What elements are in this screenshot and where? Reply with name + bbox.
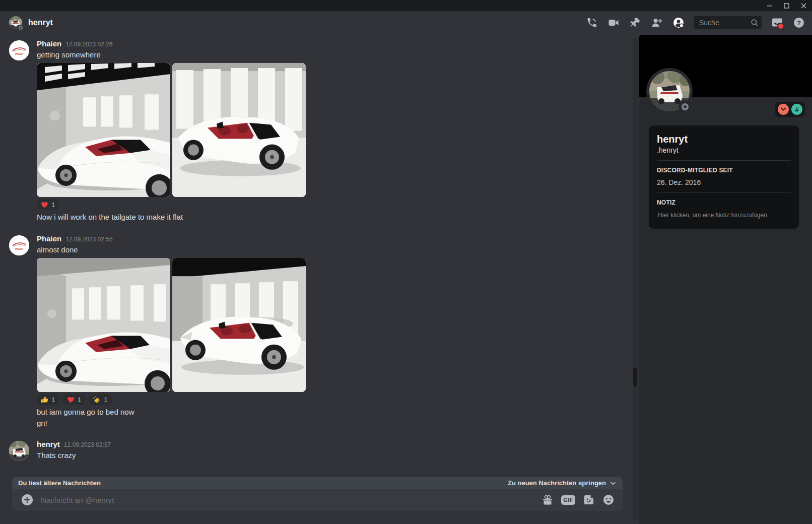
- message-text: but iam gonna go to bed now: [37, 407, 632, 418]
- reaction-count: 1: [51, 396, 55, 404]
- message-group: Phaien Phaien 12.09.2023 02:26 getting s…: [0, 39, 632, 223]
- profile-badges: #: [775, 102, 805, 117]
- main-area: Phaien Phaien 12.09.2023 02:26 getting s…: [0, 35, 812, 524]
- member-since-label: DISCORD-MITGLIED SEIT: [657, 167, 791, 174]
- reaction-thumbsup[interactable]: 1: [37, 394, 59, 405]
- message-timestamp: 12.09.2023 02:55: [65, 236, 112, 243]
- clap-emoji: [93, 396, 101, 404]
- reaction-clap[interactable]: 1: [89, 394, 111, 405]
- message-group: henryt 12.09.2023 02:57 Thats crazy: [0, 440, 632, 461]
- attachment-image[interactable]: [172, 63, 306, 197]
- chat-scrollbar-thumb[interactable]: [633, 368, 637, 387]
- offline-status-icon: [18, 25, 24, 31]
- discord-dm-window: { "titlebar": {"icons": ["minimize-icon"…: [0, 0, 812, 524]
- svg-text:?: ?: [797, 19, 801, 26]
- video-call-icon[interactable]: [607, 17, 620, 29]
- add-attachment-icon[interactable]: [22, 494, 33, 505]
- message-timestamp: 12.09.2023 02:26: [65, 41, 112, 48]
- message-input[interactable]: [40, 495, 542, 505]
- attachment-row: [37, 258, 632, 392]
- svg-text:Phaien: Phaien: [15, 53, 23, 55]
- close-icon[interactable]: [795, 0, 812, 11]
- emoji-icon[interactable]: [602, 494, 615, 506]
- dm-title: henryt: [28, 18, 53, 27]
- profile-username: .henryt: [657, 146, 791, 154]
- attachment-image[interactable]: [37, 63, 170, 197]
- jump-to-new-button[interactable]: Zu neuen Nachrichten springen: [508, 479, 617, 487]
- member-since-value: 26. Dez. 2016: [657, 178, 791, 186]
- profile-card: henryt .henryt DISCORD-MITGLIED SEIT 26.…: [649, 125, 799, 229]
- inbox-notification-dot: [777, 23, 784, 30]
- reaction-count: 1: [104, 396, 107, 404]
- gif-icon[interactable]: GIF: [561, 495, 575, 505]
- message-author[interactable]: Phaien: [37, 234, 61, 243]
- inbox-icon[interactable]: [771, 17, 783, 29]
- message-group: Phaien Phaien 12.09.2023 02:55 almost do…: [0, 234, 632, 429]
- reaction-heart[interactable]: 1: [63, 394, 85, 405]
- window-titlebar: [0, 0, 812, 11]
- reactions-row: 1: [37, 199, 632, 210]
- add-friend-icon[interactable]: [651, 17, 663, 29]
- divider: [657, 192, 791, 193]
- message-text: Thats crazy: [37, 450, 632, 461]
- help-icon[interactable]: ?: [793, 17, 805, 29]
- heart-emoji: [41, 201, 48, 209]
- dm-avatar[interactable]: [9, 16, 22, 29]
- message-author[interactable]: Phaien: [37, 39, 61, 48]
- voice-call-icon[interactable]: [586, 17, 598, 29]
- reaction-count: 1: [51, 201, 55, 209]
- chat-scrollbar-track[interactable]: [633, 38, 638, 521]
- attachment-image[interactable]: [172, 258, 306, 392]
- pin-icon[interactable]: [629, 17, 641, 29]
- message-text: gn!: [37, 418, 632, 429]
- message-text: almost done: [37, 244, 632, 255]
- message-text: Now i will work on the tailgate to make …: [37, 212, 632, 223]
- sticker-icon[interactable]: [583, 494, 595, 506]
- divider: [657, 160, 791, 161]
- chat-pane: Phaien Phaien 12.09.2023 02:26 getting s…: [0, 35, 639, 524]
- legacy-username-badge-icon[interactable]: #: [791, 104, 802, 115]
- chevron-down-icon: [610, 480, 617, 487]
- search-box[interactable]: [694, 16, 762, 29]
- maximize-icon[interactable]: [778, 0, 795, 11]
- hypesquad-badge-icon[interactable]: [778, 104, 789, 115]
- profile-avatar[interactable]: [646, 68, 693, 114]
- note-label: NOTIZ: [657, 199, 791, 206]
- user-profile-icon[interactable]: [672, 17, 685, 29]
- reaction-count: 1: [78, 396, 81, 404]
- message-author[interactable]: henryt: [37, 440, 60, 448]
- message-timestamp: 12.09.2023 02:57: [64, 441, 111, 448]
- message-composer: GIF: [12, 489, 623, 511]
- composer-block: Du liest ältere Nachrichten Zu neuen Nac…: [12, 477, 623, 511]
- channel-header: henryt ?: [0, 11, 812, 34]
- reactions-row: 1 1 1: [37, 394, 632, 405]
- reaction-heart[interactable]: 1: [37, 199, 59, 210]
- unread-messages-bar[interactable]: Du liest ältere Nachrichten Zu neuen Nac…: [12, 477, 623, 489]
- offline-status-icon: [679, 100, 692, 113]
- message-text: getting somewhere: [37, 49, 632, 60]
- reading-older-label: Du liest ältere Nachrichten: [18, 479, 101, 487]
- message-list: Phaien Phaien 12.09.2023 02:26 getting s…: [0, 35, 632, 476]
- avatar[interactable]: [9, 441, 29, 461]
- profile-display-name: henryt: [657, 133, 791, 145]
- avatar[interactable]: Phaien: [9, 235, 29, 255]
- gift-icon[interactable]: [542, 494, 554, 506]
- search-icon: [751, 19, 759, 27]
- attachment-image[interactable]: [37, 258, 170, 392]
- minimize-icon[interactable]: [761, 0, 778, 11]
- avatar[interactable]: Phaien: [9, 40, 29, 60]
- svg-text:Phaien: Phaien: [15, 248, 23, 250]
- heart-emoji: [67, 396, 75, 404]
- attachment-row: [37, 63, 632, 197]
- user-profile-panel: # henryt .henryt DISCORD-MITGLIED SEIT 2…: [639, 35, 812, 524]
- search-input[interactable]: [698, 18, 751, 27]
- note-placeholder[interactable]: Hier klicken, um eine Notiz hinzuzufügen: [657, 211, 791, 220]
- thumbsup-emoji: [41, 396, 48, 404]
